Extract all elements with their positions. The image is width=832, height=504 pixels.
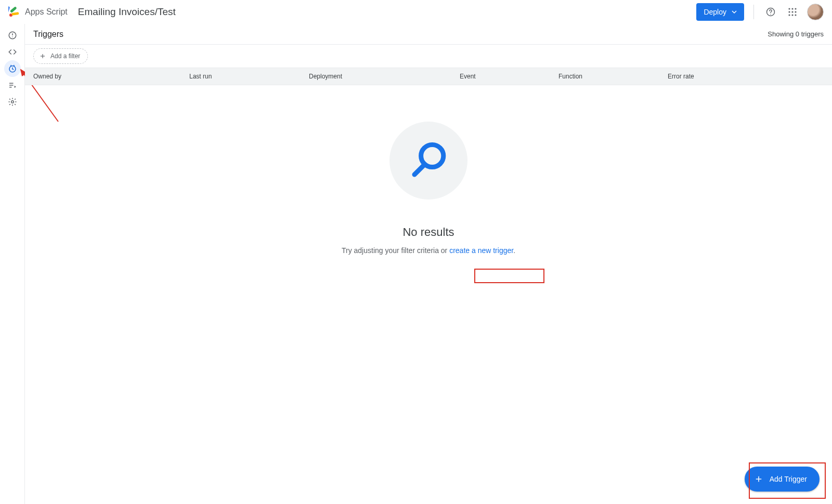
sidebar-item-editor[interactable] bbox=[4, 44, 21, 60]
add-trigger-label: Add Trigger bbox=[770, 475, 807, 483]
sidebar-item-settings[interactable] bbox=[4, 94, 21, 110]
deploy-button[interactable]: Deploy bbox=[696, 3, 744, 21]
deploy-button-label: Deploy bbox=[704, 8, 726, 16]
trigger-count: Showing 0 triggers bbox=[768, 30, 824, 38]
table-header: Owned by Last run Deployment Event Funct… bbox=[25, 68, 832, 85]
column-error-rate[interactable]: Error rate bbox=[668, 73, 756, 80]
search-illustration bbox=[389, 122, 467, 200]
svg-point-14 bbox=[795, 14, 796, 16]
sidebar bbox=[0, 24, 25, 504]
svg-point-5 bbox=[770, 14, 771, 14]
sidebar-item-overview[interactable] bbox=[4, 27, 21, 44]
svg-rect-2 bbox=[10, 6, 17, 13]
column-deployment[interactable]: Deployment bbox=[309, 73, 460, 80]
apps-script-logo bbox=[8, 6, 21, 18]
project-name[interactable]: Emailing Invoices/Test bbox=[78, 6, 176, 18]
page-title: Triggers bbox=[33, 30, 63, 39]
svg-point-9 bbox=[788, 11, 790, 12]
separator bbox=[753, 5, 754, 19]
sidebar-item-triggers[interactable] bbox=[4, 60, 21, 77]
plus-icon bbox=[39, 52, 46, 60]
svg-rect-1 bbox=[11, 12, 19, 16]
add-filter-button[interactable]: Add a filter bbox=[33, 48, 88, 64]
empty-hint: Try adjusting your filter criteria or cr… bbox=[342, 246, 515, 255]
app-name: Apps Script bbox=[25, 7, 68, 17]
svg-line-27 bbox=[414, 164, 425, 175]
column-last-run[interactable]: Last run bbox=[189, 73, 309, 80]
apps-grid-icon[interactable] bbox=[785, 5, 800, 19]
plus-icon bbox=[754, 474, 763, 484]
help-icon[interactable] bbox=[763, 5, 778, 19]
svg-point-17 bbox=[12, 36, 13, 37]
column-function[interactable]: Function bbox=[558, 73, 668, 80]
svg-point-11 bbox=[795, 11, 796, 12]
column-event[interactable]: Event bbox=[460, 73, 558, 80]
avatar[interactable] bbox=[807, 4, 824, 20]
empty-title: No results bbox=[402, 226, 454, 239]
sidebar-item-executions[interactable] bbox=[4, 77, 21, 94]
svg-point-8 bbox=[795, 8, 796, 9]
column-owned-by[interactable]: Owned by bbox=[33, 73, 189, 80]
svg-point-7 bbox=[791, 8, 793, 9]
svg-rect-3 bbox=[8, 6, 10, 14]
empty-state: No results Try adjusting your filter cri… bbox=[25, 85, 832, 504]
add-trigger-button[interactable]: Add Trigger bbox=[745, 467, 820, 492]
svg-point-10 bbox=[791, 11, 793, 12]
create-trigger-link[interactable]: create a new trigger bbox=[449, 246, 513, 255]
svg-point-13 bbox=[791, 14, 793, 16]
svg-point-12 bbox=[788, 14, 790, 16]
svg-point-22 bbox=[11, 101, 14, 103]
add-filter-label: Add a filter bbox=[50, 52, 80, 60]
chevron-down-icon bbox=[732, 9, 737, 15]
svg-point-6 bbox=[788, 8, 790, 9]
